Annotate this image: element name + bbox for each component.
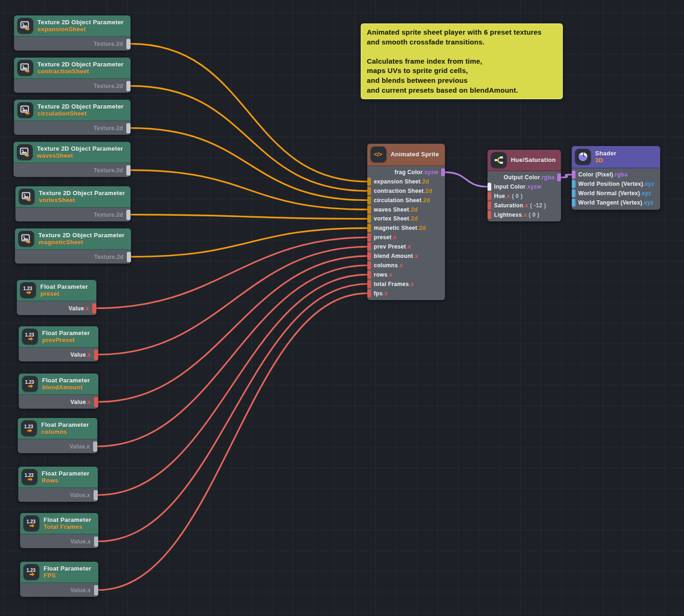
port-type-suffix: .2d — [115, 41, 123, 47]
node-header[interactable]: Texture 2D Object ParametervortexSheet — [15, 186, 131, 208]
node-prevPreset[interactable]: 1.23Float ParameterprevPresetValue.x — [19, 326, 98, 361]
node-header[interactable]: </>Animated Sprite — [367, 144, 445, 166]
port-row-wavesSheet: waves Sheet.2d — [367, 205, 445, 214]
node-shader[interactable]: Shader3DColor (Pixel).rgbaWorld Position… — [572, 146, 660, 210]
port-columns-out[interactable] — [93, 441, 97, 452]
port-prevPreset-out[interactable] — [94, 350, 98, 360]
node-rows[interactable]: 1.23Float ParameterRowsValue.x — [18, 467, 98, 502]
port-hueSaturation-saturation[interactable] — [488, 201, 491, 209]
node-header[interactable]: Shader3D — [572, 146, 660, 169]
port-blendAmount-out[interactable] — [94, 397, 98, 407]
node-contractionSheet[interactable]: Texture 2D Object ParametercontractionSh… — [14, 58, 131, 93]
port-animatedSprite-magneticSheet[interactable] — [367, 224, 371, 232]
node-magneticSheet[interactable]: Texture 2D Object ParametermagneticSheet… — [15, 228, 131, 264]
port-totalFrames-out[interactable] — [94, 536, 98, 547]
port-hueSaturation-inputColor[interactable] — [488, 183, 491, 191]
port-type-suffix: .x — [409, 281, 414, 287]
port-animatedSprite-fragColor[interactable] — [441, 168, 445, 176]
node-preset[interactable]: 1.23Float ParameterpresetValue.x — [17, 280, 96, 315]
node-title: Float Parameter — [40, 283, 88, 290]
port-magneticSheet-out[interactable] — [127, 252, 131, 262]
port-animatedSprite-columns[interactable] — [367, 261, 371, 269]
port-animatedSprite-vortexSheet[interactable] — [367, 215, 371, 223]
port-label: expansion Sheet — [374, 178, 421, 185]
wire-magneticSheet-out-to-animatedSprite-magneticSheet[interactable] — [131, 228, 367, 257]
node-body: Texture.2d — [14, 163, 131, 177]
node-header[interactable]: Texture 2D Object ParametercontractionSh… — [14, 58, 131, 79]
node-header[interactable]: 1.23Float ParameterprevPreset — [19, 326, 98, 348]
wire-columns-out-to-animatedSprite-columns[interactable] — [97, 265, 367, 447]
sticky-note[interactable]: Animated sprite sheet player with 6 pres… — [361, 23, 563, 99]
port-contractionSheet-out[interactable] — [126, 81, 131, 91]
port-shader-worldPosition[interactable] — [572, 180, 575, 188]
wire-hueSaturation-outputColor-to-shader-colorPixel[interactable] — [561, 175, 572, 177]
node-titles: Animated Sprite — [391, 151, 439, 158]
port-circulationSheet-out[interactable] — [126, 123, 131, 133]
wire-rows-out-to-animatedSprite-rows[interactable] — [98, 275, 367, 495]
wire-vortexSheet-out-to-animatedSprite-vortexSheet[interactable] — [131, 215, 367, 219]
port-shader-worldTangent[interactable] — [572, 198, 575, 206]
port-animatedSprite-totalFrames[interactable] — [367, 280, 371, 288]
port-type-suffix: .2d — [423, 188, 432, 194]
wire-animatedSprite-fragColor-to-hueSaturation-inputColor[interactable] — [445, 172, 488, 187]
port-animatedSprite-rows[interactable] — [367, 271, 371, 279]
node-titles: Float ParameterRows — [42, 470, 89, 484]
port-label: frag Color — [394, 169, 422, 176]
node-header[interactable]: Texture 2D Object ParametercirculationSh… — [14, 100, 131, 121]
port-wavesSheet-out[interactable] — [126, 165, 131, 176]
port-animatedSprite-contractionSheet[interactable] — [367, 187, 371, 195]
port-rows-out[interactable] — [94, 490, 98, 500]
port-row-worldTangent: World Tangent (Vertex).xyz — [572, 198, 660, 207]
wire-blendAmount-out-to-animatedSprite-blendAmount[interactable] — [98, 256, 367, 402]
port-hueSaturation-outputColor[interactable] — [557, 173, 561, 181]
port-animatedSprite-circulationSheet[interactable] — [367, 196, 371, 204]
wire-wavesSheet-out-to-animatedSprite-wavesSheet[interactable] — [131, 170, 367, 210]
node-header[interactable]: 1.23Float ParameterTotal Frames — [20, 513, 98, 535]
node-fps[interactable]: 1.23Float ParameterFPSValue.x — [20, 562, 98, 597]
port-shader-colorPixel[interactable] — [572, 170, 575, 178]
node-header[interactable]: Texture 2D Object ParameterexpansionShee… — [14, 15, 131, 37]
wire-contractionSheet-out-to-animatedSprite-contractionSheet[interactable] — [131, 86, 367, 191]
wire-expansionSheet-out-to-animatedSprite-expansionSheet[interactable] — [131, 44, 367, 182]
port-vortexSheet-out[interactable] — [126, 210, 131, 220]
node-hueSaturation[interactable]: Hue/SaturationOutput Color.rgbaInput Col… — [488, 150, 561, 221]
node-titles: Float ParameterprevPreset — [42, 330, 90, 344]
node-columns[interactable]: 1.23Float ParametercolumnsValue.x — [18, 418, 97, 453]
wire-prevPreset-out-to-animatedSprite-prevPreset[interactable] — [98, 247, 367, 354]
port-animatedSprite-prevPreset[interactable] — [367, 243, 371, 251]
node-header[interactable]: 1.23Float Parameterpreset — [17, 280, 96, 301]
port-animatedSprite-wavesSheet[interactable] — [367, 205, 371, 213]
port-type-suffix: .x — [392, 234, 397, 241]
node-blendAmount[interactable]: 1.23Float ParameterblendAmountValue.x — [19, 374, 98, 409]
node-header[interactable]: Texture 2D Object ParameterwavesSheet — [14, 142, 131, 163]
node-header[interactable]: 1.23Float ParameterFPS — [20, 562, 98, 583]
port-fps-out[interactable] — [94, 585, 98, 595]
port-hueSaturation-lightness[interactable] — [488, 211, 491, 219]
node-header[interactable]: 1.23Float Parametercolumns — [18, 418, 97, 440]
node-titles: Texture 2D Object ParameterwavesSheet — [37, 145, 123, 160]
port-expansionSheet-out[interactable] — [126, 39, 131, 49]
node-title: Texture 2D Object Parameter — [37, 61, 124, 68]
node-animatedSprite[interactable]: </>Animated Spritefrag Color.xyzwexpansi… — [367, 144, 445, 300]
node-expansionSheet[interactable]: Texture 2D Object ParameterexpansionShee… — [14, 15, 131, 51]
node-totalFrames[interactable]: 1.23Float ParameterTotal FramesValue.x — [20, 513, 98, 548]
node-title: Float Parameter — [44, 565, 91, 572]
node-vortexSheet[interactable]: Texture 2D Object ParametervortexSheetTe… — [15, 186, 131, 221]
port-hueSaturation-hue[interactable] — [488, 192, 491, 200]
port-animatedSprite-preset[interactable] — [367, 234, 371, 242]
node-circulationSheet[interactable]: Texture 2D Object ParametercirculationSh… — [14, 100, 131, 135]
port-preset-out[interactable] — [92, 303, 96, 314]
port-animatedSprite-blendAmount[interactable] — [367, 252, 371, 260]
node-header[interactable]: 1.23Float ParameterRows — [18, 467, 98, 488]
port-animatedSprite-expansionSheet[interactable] — [367, 177, 371, 185]
node-wavesSheet[interactable]: Texture 2D Object ParameterwavesSheetTex… — [14, 142, 131, 177]
node-header[interactable]: 1.23Float ParameterblendAmount — [19, 374, 98, 395]
port-shader-worldNormal[interactable] — [572, 189, 575, 197]
node-header[interactable]: Hue/Saturation — [488, 150, 561, 171]
node-header[interactable]: Texture 2D Object ParametermagneticSheet — [15, 228, 131, 250]
port-animatedSprite-fps[interactable] — [367, 289, 371, 297]
node-graph-canvas[interactable]: Animated sprite sheet player with 6 pres… — [0, 0, 684, 616]
wire-fps-out-to-animatedSprite-fps[interactable] — [98, 293, 367, 590]
wire-totalFrames-out-to-animatedSprite-totalFrames[interactable] — [98, 284, 367, 542]
port-label: Value — [71, 352, 86, 358]
